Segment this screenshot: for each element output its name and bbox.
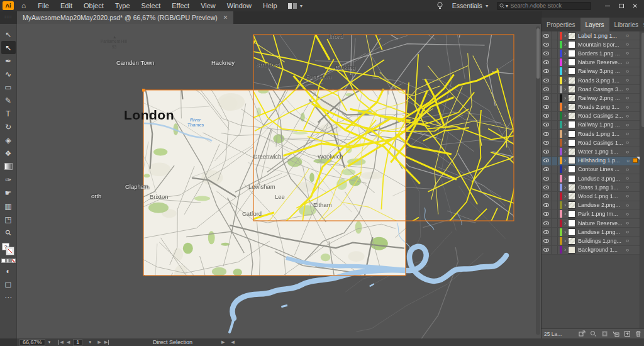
- home-icon[interactable]: ⌂: [21, 1, 26, 10]
- target-circle-icon[interactable]: ○: [623, 113, 632, 119]
- visibility-eye-icon[interactable]: [541, 112, 552, 120]
- target-circle-icon[interactable]: ○: [623, 95, 632, 101]
- layer-row[interactable]: ›Landuse 2.png...○: [541, 201, 640, 210]
- lock-toggle[interactable]: [552, 219, 558, 227]
- screen-mode-button[interactable]: ▢: [1, 277, 16, 291]
- locate-object-icon[interactable]: [590, 330, 597, 337]
- lock-toggle[interactable]: [552, 59, 558, 67]
- layer-row[interactable]: ›Background 1...○: [541, 246, 640, 255]
- layer-thumbnail[interactable]: [568, 130, 575, 138]
- artboard-chevron-icon[interactable]: ▼: [86, 340, 94, 344]
- visibility-eye-icon[interactable]: [541, 49, 552, 57]
- layer-name[interactable]: Background 1...: [578, 247, 623, 253]
- layer-row[interactable]: ›Park 1.png Im...○: [541, 210, 640, 219]
- expand-chevron-icon[interactable]: ›: [562, 157, 568, 164]
- layer-thumbnail[interactable]: [568, 184, 575, 191]
- layer-thumbnail[interactable]: [568, 121, 575, 128]
- visibility-eye-icon[interactable]: [541, 192, 552, 200]
- layer-row[interactable]: ›Roads 1.png 1...○: [541, 130, 640, 138]
- visibility-eye-icon[interactable]: [541, 174, 552, 182]
- visibility-eye-icon[interactable]: [541, 201, 552, 209]
- layer-thumbnail[interactable]: [568, 157, 575, 164]
- visibility-eye-icon[interactable]: [541, 85, 552, 93]
- layer-name[interactable]: Railway 3.png ...: [578, 68, 623, 74]
- target-circle-icon[interactable]: ○: [623, 167, 632, 172]
- visibility-eye-icon[interactable]: [541, 138, 552, 147]
- expand-chevron-icon[interactable]: ›: [562, 42, 568, 48]
- symbol-sprayer-tool[interactable]: ☛: [1, 186, 16, 199]
- rectangle-tool[interactable]: ▭: [1, 81, 16, 94]
- close-window-button[interactable]: ✕: [633, 3, 638, 9]
- layer-row[interactable]: ›Road Casings 2...○: [541, 112, 640, 121]
- layer-name[interactable]: Mountain Spor...: [578, 42, 623, 48]
- lock-toggle[interactable]: [552, 49, 558, 57]
- layer-row[interactable]: ›Roads 3.png 1...○: [541, 76, 640, 85]
- layer-thumbnail[interactable]: [568, 94, 575, 102]
- layer-name[interactable]: Hillshading 1.p...: [578, 157, 624, 164]
- lock-toggle[interactable]: [552, 85, 558, 93]
- expand-chevron-icon[interactable]: ›: [562, 229, 568, 235]
- lock-toggle[interactable]: [552, 201, 558, 209]
- target-circle-icon[interactable]: ○: [623, 60, 632, 65]
- visibility-eye-icon[interactable]: [541, 165, 552, 174]
- visibility-eye-icon[interactable]: [541, 157, 552, 165]
- lock-toggle[interactable]: [552, 228, 558, 236]
- artboard-number-field[interactable]: 1: [73, 339, 82, 346]
- target-circle-icon[interactable]: ○: [623, 131, 632, 137]
- layer-row[interactable]: ›Road Casings 3...○: [541, 85, 640, 94]
- layer-row[interactable]: ›Hillshading 1.p...○: [541, 157, 640, 165]
- expand-chevron-icon[interactable]: ›: [562, 220, 568, 226]
- search-scope-chevron-icon[interactable]: ▼: [505, 4, 509, 8]
- visibility-eye-icon[interactable]: [541, 228, 552, 236]
- pen-tool[interactable]: ✒: [1, 54, 16, 67]
- menu-type[interactable]: Type: [109, 2, 136, 9]
- target-circle-icon[interactable]: ○: [623, 238, 632, 243]
- visibility-eye-icon[interactable]: [541, 210, 552, 218]
- paintbrush-tool[interactable]: ✎: [1, 94, 16, 107]
- gradient-tool[interactable]: [1, 160, 16, 173]
- target-circle-icon[interactable]: ○: [623, 211, 632, 217]
- expand-chevron-icon[interactable]: ›: [562, 184, 568, 191]
- arrange-documents-chevron-icon[interactable]: ▼: [299, 4, 304, 8]
- width-tool[interactable]: ❖: [1, 147, 16, 160]
- lock-toggle[interactable]: [552, 183, 558, 191]
- layer-thumbnail[interactable]: [568, 201, 575, 209]
- layer-name[interactable]: Label 1.png 1...: [578, 33, 623, 39]
- menu-edit[interactable]: Edit: [55, 2, 78, 9]
- layer-row[interactable]: ›Nature Reserve...○: [541, 59, 640, 67]
- layer-row[interactable]: ›Railway 1.png ...○: [541, 121, 640, 130]
- menu-help[interactable]: Help: [257, 2, 283, 9]
- collect-for-export-icon[interactable]: [579, 330, 586, 337]
- status-collapse-icon[interactable]: ◀: [231, 340, 234, 345]
- menu-object[interactable]: Object: [78, 2, 109, 9]
- visibility-eye-icon[interactable]: [541, 147, 552, 155]
- target-circle-icon[interactable]: ○: [623, 203, 632, 208]
- workspace-switcher[interactable]: Essentials: [452, 2, 482, 9]
- lock-toggle[interactable]: [552, 165, 558, 174]
- layer-name[interactable]: Landuse 3.png...: [578, 176, 623, 182]
- lock-toggle[interactable]: [552, 147, 558, 155]
- lock-toggle[interactable]: [552, 103, 558, 111]
- layer-row[interactable]: ›Contour Lines ...○: [541, 165, 640, 174]
- lock-toggle[interactable]: [552, 40, 558, 48]
- layer-row[interactable]: ›Landuse 3.png...○: [541, 174, 640, 183]
- workspace-chevron-icon[interactable]: ▼: [485, 4, 489, 8]
- layer-row[interactable]: ›Roads 2.png 1...○: [541, 103, 640, 112]
- none-button[interactable]: [11, 259, 16, 263]
- color-button[interactable]: [1, 259, 6, 263]
- layers-scrollbar[interactable]: [640, 31, 644, 328]
- menu-file[interactable]: File: [32, 2, 55, 9]
- status-expand-icon[interactable]: ▶: [221, 340, 225, 345]
- target-circle-icon[interactable]: ○: [623, 86, 632, 92]
- expand-chevron-icon[interactable]: ›: [562, 33, 568, 39]
- visibility-eye-icon[interactable]: [541, 40, 552, 48]
- layer-name[interactable]: Roads 1.png 1...: [578, 131, 623, 137]
- panel-tab-properties[interactable]: Properties: [541, 18, 580, 31]
- layer-thumbnail[interactable]: [568, 77, 575, 84]
- expand-chevron-icon[interactable]: ›: [562, 148, 568, 155]
- target-circle-icon[interactable]: ○: [623, 50, 632, 56]
- layer-thumbnail[interactable]: [568, 210, 575, 218]
- graph-tool[interactable]: ▥: [1, 199, 16, 213]
- app-logo-icon[interactable]: Ai: [3, 1, 14, 10]
- lock-toggle[interactable]: [552, 67, 558, 75]
